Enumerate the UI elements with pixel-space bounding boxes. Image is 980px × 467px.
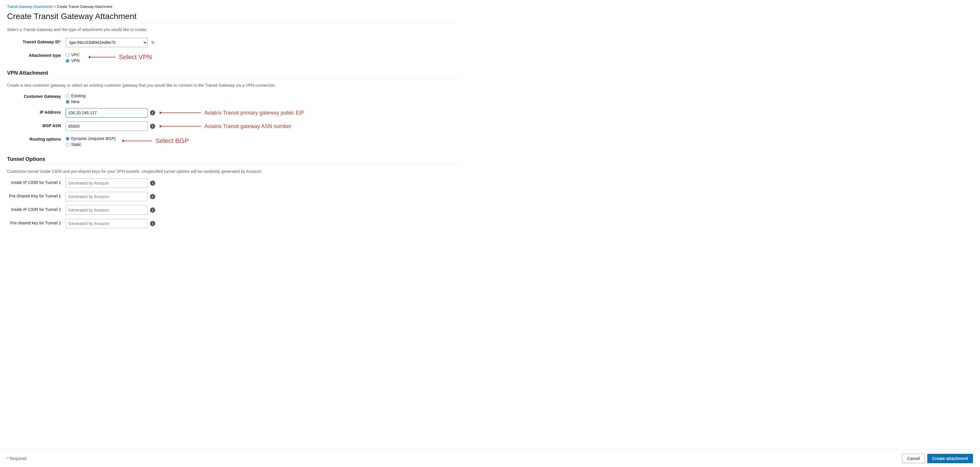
tunnel-cidr-1-control: i [65,179,461,188]
preshared-key-1-input[interactable] [65,192,148,201]
action-buttons: Cancel Create attachment [902,454,973,463]
ip-arrow-head [160,112,162,114]
bgp-asn-row: BGP ASN i Aviatrix Transit gateway ASN n… [7,121,461,131]
customer-gateway-label: Customer Gateway [7,92,65,99]
required-note: * Required [7,456,26,461]
ip-address-input[interactable] [65,108,148,118]
required-star: * [59,40,61,44]
bgp-asn-info-icon[interactable]: i [150,124,155,129]
customer-existing-option[interactable]: Existing [65,94,86,98]
breadcrumb-link[interactable]: Transit Gateway Attachments [7,5,53,9]
tunnel-section-description: Customize tunnel inside CIDR and pre-sha… [7,169,461,174]
tunnel-cidr-2-label: Inside IP CIDR for Tunnel 2 [7,206,65,212]
tunnel-cidr-2-row: Inside IP CIDR for Tunnel 2 i [7,206,461,215]
tunnel-cidr-1-input[interactable] [65,179,148,188]
routing-options-label: Routing options [7,135,65,142]
routing-dynamic-option[interactable]: Dynamic (requires BGP) [65,136,116,141]
routing-static-radio[interactable] [65,143,69,147]
vpn-section-title: VPN Attachment [7,70,461,76]
preshared-key-2-label: Pre-shared key for Tunnel 2 [7,219,65,225]
routing-arrow-head [123,139,125,142]
bgp-asn-input[interactable] [65,121,148,131]
vpn-section-divider [7,78,461,78]
customer-gateway-control: Existing New [65,92,461,104]
required-star-bottom: * [7,456,8,461]
ip-address-label: IP Address [7,108,65,115]
routing-options-control: Dynamic (requires BGP) Static Select BGP [65,135,461,147]
refresh-button[interactable]: ↻ [150,39,156,46]
preshared-key-2-control: i [65,219,461,228]
preshared-key-1-row: Pre-Shared Key for Tunnel 1 i [7,192,461,201]
attachment-vpc-radio[interactable] [65,53,69,57]
attachment-vpn-option[interactable]: VPN [65,58,80,63]
attachment-type-row: Attachment type VPC VPN [7,51,461,63]
ip-arrow-line [160,113,201,113]
bgp-asn-label: BGP ASN [7,121,65,128]
tunnel-cidr-1-info-icon[interactable]: i [150,180,155,186]
ip-address-control: i Aviatrix Transit primary gateway publi… [65,108,461,118]
routing-radio-group: Dynamic (requires BGP) Static [65,135,116,147]
preshared-key-1-info-icon[interactable]: i [150,194,155,199]
page-description: Select a Transit Gateway and the type of… [7,27,461,32]
vpn-arrow-line [89,57,115,57]
routing-arrow-line [123,140,152,141]
preshared-key-1-control: i [65,192,461,201]
customer-new-label: New [71,99,80,104]
vpn-section-description: Create a new customer gateway or select … [7,83,461,88]
customer-new-option[interactable]: New [65,99,86,104]
routing-dynamic-label: Dynamic (requires BGP) [71,136,116,141]
page-title: Create Transit Gateway Attachment [7,12,461,21]
routing-annotation-text: Select BGP [156,137,189,145]
transit-gateway-row: Transit Gateway ID* tgw-09cc53d8942ed8e7… [7,38,461,47]
routing-static-option[interactable]: Static [65,142,116,147]
breadcrumb: Transit Gateway Attachments > Create Tra… [7,5,461,9]
tunnel-section-divider [7,164,461,164]
tunnel-cidr-2-control: i [65,206,461,215]
tunnel-section-title: Tunnel Options [7,156,461,162]
routing-dynamic-radio[interactable] [65,137,69,140]
transit-gateway-select[interactable]: tgw-09cc53d8942ed8e70 [65,38,148,47]
attachment-vpn-radio[interactable] [65,59,69,63]
breadcrumb-current: Create Transit Gateway Attachment [57,5,112,9]
customer-new-radio[interactable] [65,100,69,104]
attachment-type-control: VPC VPN Select VPN [65,51,461,63]
cancel-button[interactable]: Cancel [902,454,925,463]
refresh-icon: ↻ [151,40,155,45]
attachment-type-label: Attachment type [7,51,65,58]
preshared-key-2-input[interactable] [65,219,148,228]
vpn-annotation-text: Select VPN [119,53,152,61]
required-text: Required [10,456,26,461]
preshared-key-1-label: Pre-Shared Key for Tunnel 1 [7,192,65,198]
bgp-asn-control: i Aviatrix Transit gateway ASN number [65,121,461,131]
customer-gateway-radio-group: Existing New [65,92,86,104]
bottom-bar: * Required Cancel Create attachment [0,449,980,467]
customer-existing-radio[interactable] [65,94,69,98]
routing-static-label: Static [71,142,81,147]
customer-gateway-row: Customer Gateway Existing New [7,92,461,104]
tunnel-cidr-2-info-icon[interactable]: i [150,207,155,213]
tunnel-cidr-1-row: Inside IP CIDR for Tunnel 1 i [7,179,461,188]
ip-address-info-icon[interactable]: i [150,110,155,115]
transit-gateway-label: Transit Gateway ID* [7,38,65,44]
bgp-annotation-text: Aviatrix Transit gateway ASN number [204,123,291,129]
breadcrumb-separator: > [54,5,56,9]
tunnel-cidr-1-label: Inside IP CIDR for Tunnel 1 [7,179,65,185]
vpn-arrow-head [89,56,91,59]
create-attachment-button[interactable]: Create attachment [927,454,973,463]
bgp-arrow-line [160,126,201,127]
attachment-vpn-label: VPN [71,58,80,63]
ip-annotation-text: Aviatrix Transit primary gateway public … [204,110,304,116]
transit-gateway-control: tgw-09cc53d8942ed8e70 ↻ [65,38,461,47]
preshared-key-2-info-icon[interactable]: i [150,221,155,226]
attachment-vpc-label: VPC [71,53,80,57]
routing-options-row: Routing options Dynamic (requires BGP) S… [7,135,461,147]
ip-address-row: IP Address i Aviatrix Transit primary ga… [7,108,461,118]
preshared-key-2-row: Pre-shared key for Tunnel 2 i [7,219,461,228]
attachment-vpc-option[interactable]: VPC [65,53,80,57]
attachment-type-radio-group: VPC VPN [65,51,80,63]
tunnel-cidr-2-input[interactable] [65,206,148,215]
customer-existing-label: Existing [71,94,86,98]
bgp-arrow-head [160,125,162,128]
